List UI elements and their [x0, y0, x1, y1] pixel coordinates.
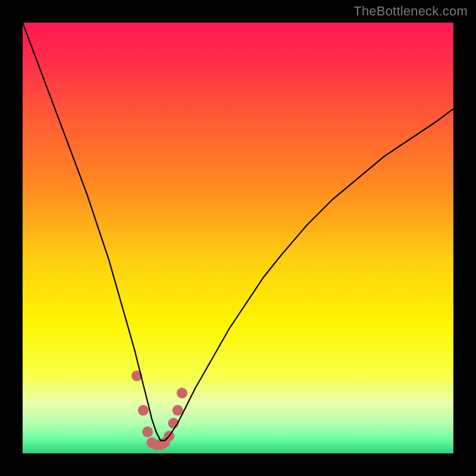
bottleneck-chart	[0, 0, 476, 476]
chart-frame: TheBottleneck.com	[0, 0, 476, 476]
marker-dot	[138, 405, 149, 416]
marker-dot	[173, 405, 183, 416]
marker-dot	[177, 388, 187, 399]
marker-dot	[142, 427, 153, 437]
gradient-background	[23, 23, 453, 453]
watermark-text: TheBottleneck.com	[353, 4, 468, 19]
